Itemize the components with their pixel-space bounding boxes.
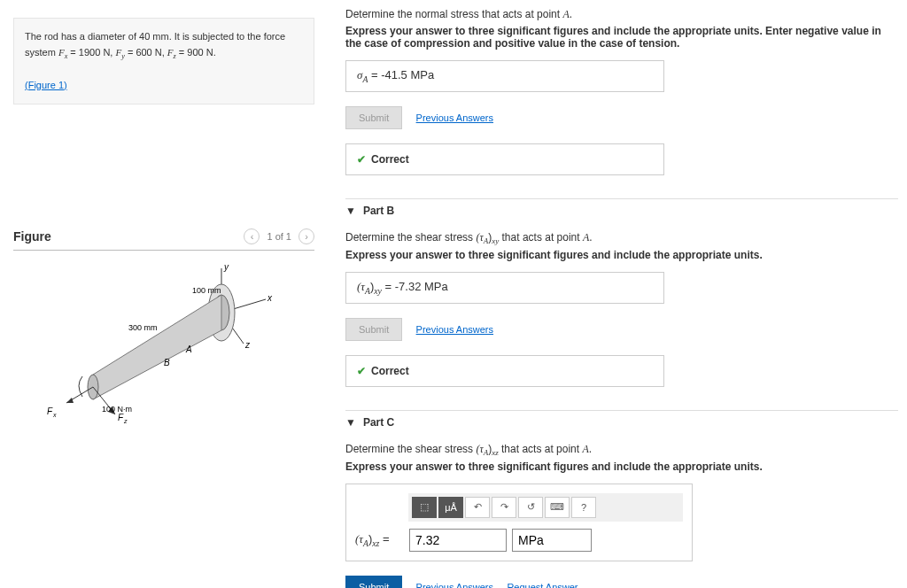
partC-request-answer-link[interactable]: Request Answer <box>507 582 578 588</box>
partC-prev-answers-link[interactable]: Previous Answers <box>416 582 493 588</box>
problem-statement: The rod has a diameter of 40 mm. It is s… <box>13 18 314 104</box>
svg-marker-7 <box>66 398 74 403</box>
partA-feedback: ✔Correct <box>345 143 664 175</box>
figure-title: Figure <box>13 229 51 244</box>
partA-instructions: Express your answer to three significant… <box>345 25 898 50</box>
axis-z-label: z <box>244 340 251 350</box>
caret-down-icon: ▼ <box>345 205 356 217</box>
svg-text:z: z <box>123 418 128 424</box>
answer-toolbar: ⬚ μÅ ↶ ↷ ↺ ⌨ ? <box>408 493 683 522</box>
redo-tool[interactable]: ↷ <box>492 497 516 518</box>
check-icon: ✔ <box>357 153 366 166</box>
dim-300mm: 300 mm <box>128 323 158 332</box>
figure-link[interactable]: (Figure 1) <box>25 80 67 90</box>
moment-label: 100 N·m <box>102 405 132 414</box>
partC-value-input[interactable] <box>409 529 507 552</box>
caret-down-icon: ▼ <box>345 416 356 429</box>
partC-header[interactable]: ▼Part C <box>345 410 898 434</box>
partB-question: Determine the shear stress (τA)xy that a… <box>345 231 898 245</box>
svg-text:x: x <box>52 412 57 418</box>
keyboard-tool[interactable]: ⌨ <box>545 497 570 518</box>
partC-submit-button[interactable]: Submit <box>345 576 402 588</box>
reset-tool[interactable]: ↺ <box>518 497 543 518</box>
partB-submit-button: Submit <box>345 318 402 341</box>
partB-header[interactable]: ▼Part B <box>345 198 898 222</box>
point-b: B <box>164 358 170 368</box>
partB-feedback: ✔Correct <box>345 355 664 387</box>
undo-tool[interactable]: ↶ <box>465 497 490 518</box>
figure-next-button[interactable]: › <box>298 228 314 244</box>
axis-y-label: y <box>223 262 229 272</box>
figure-counter: 1 of 1 <box>267 231 291 242</box>
partC-question: Determine the shear stress (τA)xz that a… <box>345 443 898 457</box>
partC-instructions: Express your answer to three significant… <box>345 460 898 473</box>
partA-question: Determine the normal stress that acts at… <box>345 8 898 21</box>
partB-prev-answers-link[interactable]: Previous Answers <box>416 324 493 335</box>
partA-answer-box: σA = -41.5 MPa <box>345 60 664 92</box>
partC-input-panel: ⬚ μÅ ↶ ↷ ↺ ⌨ ? (τA)xz = <box>345 484 693 561</box>
figure-section: Figure ‹ 1 of 1 › y x z 100 mm 300 mm <box>13 228 314 428</box>
partC-unit-input[interactable] <box>512 529 592 552</box>
ps-text: The rod has a diameter of 40 <box>25 31 152 42</box>
partA-submit-button: Submit <box>345 106 402 129</box>
point-a: A <box>185 344 192 354</box>
figure-prev-button[interactable]: ‹ <box>244 228 260 244</box>
figure-diagram: y x z 100 mm 300 mm A B Fx Fz <box>40 259 306 428</box>
template-tool[interactable]: ⬚ <box>412 497 437 518</box>
figure-nav: ‹ 1 of 1 › <box>244 228 314 244</box>
partB-instructions: Express your answer to three significant… <box>345 249 898 261</box>
partB-answer-box: (τA)xy = -7.32 MPa <box>345 272 664 304</box>
check-icon: ✔ <box>357 365 366 377</box>
partA-prev-answers-link[interactable]: Previous Answers <box>416 112 493 123</box>
axis-x-label: x <box>267 293 273 303</box>
dim-100mm: 100 mm <box>192 286 221 295</box>
units-tool[interactable]: μÅ <box>438 497 463 518</box>
help-tool[interactable]: ? <box>571 497 596 518</box>
force-fx: F <box>47 406 53 416</box>
force-fz: F <box>118 413 124 422</box>
